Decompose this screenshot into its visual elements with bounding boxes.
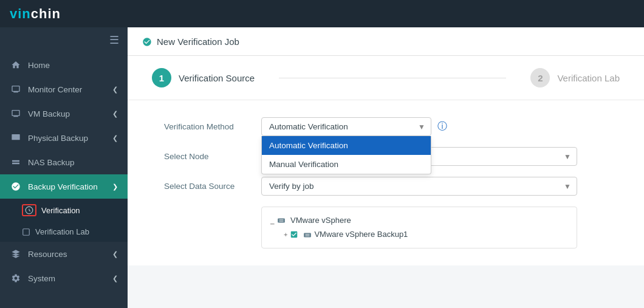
system-icon [10,272,22,284]
step-1-label: Verification Source [179,73,255,83]
step-2-number: 2 [538,73,543,83]
step-2: 2 Verification Lab [530,68,620,87]
verification-method-row: Verification Method Automatic Verificati… [164,117,608,136]
sidebar-item-system-label: System [28,274,55,283]
sidebar-item-physical-label: Physical Backup [28,134,88,143]
tree-container: ⎯ VMware vSphere + [261,207,577,248]
physical-arrow: ❮ [112,134,118,142]
step-2-label: Verification Lab [557,73,620,83]
verification-sub-icon-wrap [22,204,36,216]
verification-section-icon [10,180,22,193]
verification-method-select[interactable]: Automatic Verification Manual Verificati… [261,117,431,136]
sidebar-item-backup-verification[interactable]: Backup Verification ❯ [0,174,128,199]
system-arrow: ❮ [112,275,118,282]
verification-lab-sub-icon [22,228,30,236]
verification-arrow: ❯ [112,183,118,191]
sidebar-item-system[interactable]: System ❮ [0,266,128,290]
sidebar: ☰ Home Monitor Center ❮ VM Backup ❮ [0,27,128,308]
resources-icon [10,248,22,260]
sidebar-item-nas-label: NAS Backup [28,158,75,167]
monitor-arrow: ❮ [112,86,118,94]
content-area: New Verification Job 1 Verification Sour… [128,27,644,308]
select-data-source-row: Select Data Source Verify by job ▼ [164,177,608,196]
tree-child-label: VMware vSphere Backup1 [314,230,408,239]
nas-icon [10,156,22,168]
verification-method-dropdown[interactable]: Automatic Verification Manual Verificati… [261,117,431,136]
form-area: Verification Method Automatic Verificati… [128,100,644,265]
sidebar-sub-verification-label: Verification [41,206,80,215]
sidebar-item-monitor-center[interactable]: Monitor Center ❮ [0,77,128,101]
select-node-label: Select Node [164,152,261,161]
sidebar-item-home[interactable]: Home [0,53,128,77]
sidebar-item-monitor-label: Monitor Center [28,85,82,94]
vm-arrow: ❮ [112,110,118,118]
sidebar-sub-item-verification[interactable]: Verification [0,199,128,222]
tree-root-collapse[interactable]: ⎯ [270,217,275,224]
page-title: New Verification Job [157,36,239,47]
home-icon [10,59,22,71]
logo: vinchin [10,6,61,22]
vm-icon [10,108,22,120]
sidebar-item-resources-label: Resources [28,250,67,259]
select-data-source-label: Select Data Source [164,182,261,191]
tree-checkbox-icon[interactable] [290,230,298,239]
step-divider [279,78,506,78]
steps-bar: 1 Verification Source 2 Verification Lab [128,56,644,100]
select-data-source-wrapper[interactable]: Verify by job ▼ [261,177,577,196]
step-1-number: 1 [159,73,164,83]
hamburger-icon[interactable]: ☰ [109,33,119,47]
sidebar-item-verification-label: Backup Verification [28,182,98,191]
svg-rect-3 [278,218,285,222]
sidebar-sub-verification-lab-label: Verification Lab [35,227,89,236]
tree-root-item[interactable]: ⎯ VMware vSphere [270,213,568,227]
sidebar-item-physical-backup[interactable]: Physical Backup ❮ [0,126,128,150]
select-data-source-select[interactable]: Verify by job [261,177,577,196]
sidebar-item-home-label: Home [28,61,50,70]
header-icon [142,36,152,47]
sidebar-item-vm-backup[interactable]: VM Backup ❮ [0,101,128,126]
logo-prefix: vin [10,6,31,21]
svg-rect-2 [23,228,30,235]
dropdown-option-auto[interactable]: Automatic Verification [262,136,431,155]
sidebar-item-nas-backup[interactable]: NAS Backup [0,150,128,174]
sidebar-sub-item-verification-lab[interactable]: Verification Lab [0,222,128,242]
tree-root-label: VMware vSphere [290,216,351,225]
tree-child-item[interactable]: + VMware vSphere Backup1 [270,227,568,242]
step-1-circle: 1 [152,68,171,87]
verification-method-label: Verification Method [164,122,261,131]
svg-rect-0 [12,134,19,140]
main-layout: ☰ Home Monitor Center ❮ VM Backup ❮ [0,27,644,308]
info-icon[interactable]: ⓘ [437,120,447,133]
verification-method-popup: Automatic Verification Manual Verificati… [261,136,431,174]
tree-child-icon [303,230,312,239]
monitor-icon [10,83,22,95]
svg-rect-4 [304,233,312,237]
step-2-circle: 2 [530,68,550,87]
physical-icon [10,132,22,144]
vmware-root-icon [277,216,286,225]
sidebar-item-resources[interactable]: Resources ❮ [0,242,128,266]
step-1: 1 Verification Source [152,68,255,87]
sidebar-item-vm-label: VM Backup [28,109,70,118]
tree-area: ⎯ VMware vSphere + [261,207,608,248]
tree-child-expand[interactable]: + [284,231,287,238]
sidebar-toggle[interactable]: ☰ [0,27,128,53]
sidebar-sub-menu: Verification Verification Lab [0,199,128,242]
topbar: vinchin [0,0,644,27]
logo-suffix: chin [31,6,61,21]
content-header: New Verification Job [128,27,644,56]
resources-arrow: ❮ [112,250,118,258]
dropdown-option-manual[interactable]: Manual Verification [262,155,431,174]
